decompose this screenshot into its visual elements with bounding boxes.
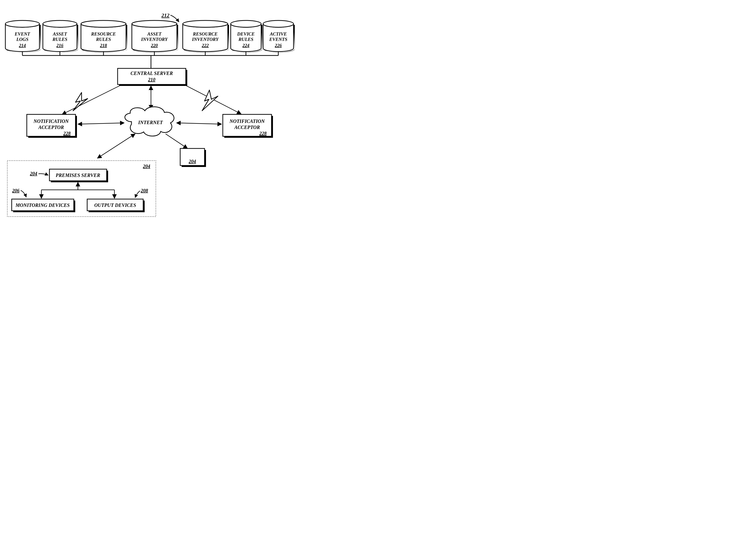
database-num: 224: [242, 43, 250, 48]
database-num: 218: [100, 43, 107, 48]
svg-line-29: [176, 123, 221, 124]
database-num: 226: [275, 43, 282, 48]
system-diagram: 212 EVENTLOGS214ASSETRULES216RESOURCERUL…: [0, 0, 296, 224]
database-label: RULES: [238, 37, 253, 42]
database-num: 220: [151, 43, 158, 48]
svg-point-2: [43, 20, 77, 27]
notif-right-l1: NOTIFICATION: [230, 119, 265, 124]
database-label: ASSET: [52, 31, 67, 36]
database-label: EVENTS: [269, 37, 287, 42]
svg-rect-44: [13, 211, 75, 212]
database-label: INVENTORY: [141, 37, 168, 42]
svg-rect-48: [143, 201, 145, 212]
svg-rect-47: [89, 211, 145, 212]
database-num: 216: [56, 43, 63, 48]
svg-point-0: [5, 20, 39, 27]
database-cylinder: ASSETRULES216: [43, 20, 78, 55]
internet-label: INTERNET: [138, 120, 163, 125]
database-num: 214: [19, 43, 26, 48]
svg-point-12: [263, 20, 294, 27]
central-server-num: 210: [148, 77, 155, 82]
notif-left-num: 228: [63, 131, 70, 136]
database-label: LOGS: [16, 37, 28, 42]
database-cylinder: ASSETINVENTORY220: [132, 20, 178, 55]
other-204-num: 204: [188, 159, 196, 164]
database-label: RULES: [52, 37, 67, 42]
svg-point-8: [183, 20, 228, 27]
premises-server-label: PREMISES SERVER: [55, 173, 100, 178]
premises-group-ref: 204: [143, 164, 150, 169]
svg-rect-38: [107, 171, 108, 182]
notif-right-l2: ACCEPTOR: [234, 125, 260, 130]
svg-line-31: [166, 134, 187, 149]
svg-rect-23: [28, 136, 77, 138]
svg-line-28: [78, 123, 124, 124]
internet-cloud: INTERNET: [125, 107, 174, 136]
notification-acceptor-right: NOTIFICATION ACCEPTOR 228: [223, 115, 273, 138]
database-label: RESOURCE: [193, 31, 217, 36]
svg-rect-27: [272, 116, 273, 138]
database-label: DEVICE: [237, 31, 255, 36]
central-server-label: CENTRAL SERVER: [131, 70, 173, 76]
database-label: INVENTORY: [192, 37, 219, 42]
notification-acceptor-left: NOTIFICATION ACCEPTOR 228: [27, 115, 77, 138]
database-cylinder: EVENTLOGS214: [5, 20, 41, 55]
database-label: ACTIVE: [270, 31, 287, 36]
svg-rect-17: [119, 84, 187, 86]
svg-rect-33: [182, 166, 206, 167]
svg-rect-34: [204, 150, 206, 167]
notif-left-l1: NOTIFICATION: [33, 119, 69, 124]
database-cylinder: RESOURCEINVENTORY222: [183, 20, 229, 55]
database-cylinder: DEVICERULES224: [231, 20, 263, 55]
svg-rect-45: [74, 201, 75, 212]
database-label: EVENT: [14, 31, 30, 36]
notif-right-num: 228: [259, 131, 267, 136]
svg-rect-18: [186, 70, 187, 86]
database-label: RESOURCE: [91, 31, 116, 36]
output-devices-label: OUTPUT DEVICES: [94, 202, 136, 208]
notif-left-l2: ACCEPTOR: [38, 125, 64, 130]
database-num: 222: [201, 43, 209, 48]
central-server-box: CENTRAL SERVER 210: [118, 68, 187, 86]
svg-line-30: [98, 134, 135, 158]
svg-line-19: [62, 84, 122, 115]
database-cylinder: ACTIVEEVENTS226: [263, 20, 295, 55]
ref-212: 212: [161, 12, 169, 18]
monitoring-devices-ref: 206: [12, 188, 19, 193]
svg-point-4: [81, 20, 126, 27]
svg-point-6: [132, 20, 177, 27]
svg-rect-37: [51, 181, 108, 182]
monitoring-devices-label: MONITORING DEVICES: [15, 202, 69, 208]
output-devices-ref: 208: [141, 188, 148, 193]
premises-ref-204: 204: [30, 171, 37, 176]
database-cylinder: RESOURCERULES218: [81, 20, 127, 55]
other-204-box: 204: [180, 149, 206, 167]
svg-rect-26: [224, 136, 273, 138]
svg-rect-24: [76, 116, 77, 138]
database-label: RULES: [96, 37, 111, 42]
svg-point-10: [231, 20, 261, 27]
database-label: ASSET: [147, 31, 162, 36]
premises-group: 204 204 PREMISES SERVER MONITORING DEVIC…: [7, 161, 156, 217]
